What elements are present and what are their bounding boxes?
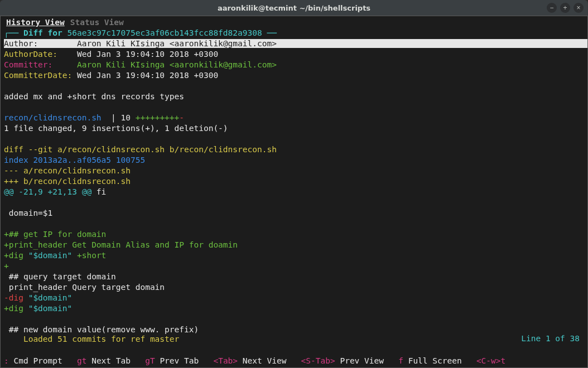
- author-value: Aaron Kili KIsinga <aaronkilik@gmail.com…: [77, 39, 277, 48]
- committerdate-row: CommitterDate: Wed Jan 3 19:04:10 2018 +…: [4, 70, 584, 81]
- diff-newfile: +++ b/recon/clidnsrecon.sh: [4, 176, 584, 187]
- commit-message: added mx and +short dns records types: [4, 91, 584, 102]
- window-controls: − + ×: [547, 3, 584, 13]
- diffstat-summary: 1 file changed, 9 insertions(+), 1 delet…: [4, 123, 584, 134]
- key-next-view: <Tab>: [213, 356, 238, 365]
- window-title: aaronkilik@tecmint ~/bin/shellscripts: [218, 4, 370, 12]
- minimize-button[interactable]: −: [547, 3, 557, 13]
- diffstat-file: recon/clidnsrecon.sh: [4, 113, 102, 122]
- diff-add: +## get IP for domain: [4, 229, 584, 240]
- diff-add: +: [4, 261, 584, 272]
- view-tabs: History View Status View: [4, 17, 584, 28]
- committerdate-label: CommitterDate:: [4, 71, 72, 80]
- committer-label: Committer:: [4, 60, 52, 69]
- diff-add: +dig "$domain": [4, 303, 584, 314]
- diff-context: domain=$1: [4, 208, 584, 219]
- diffstat-row: recon/clidnsrecon.sh | 10 +++++++++-: [4, 113, 584, 123]
- committerdate-value: Wed Jan 3 19:04:10 2018 +0300: [77, 71, 218, 80]
- diff-context: print_header Query target domain: [4, 282, 584, 293]
- diff-commit-hash: 56ae3c97c17075ec3af06cb143fcc88fd82a9308: [68, 28, 262, 37]
- tab-history-view[interactable]: History View: [4, 17, 67, 28]
- tab-status-view[interactable]: Status View: [68, 17, 126, 28]
- diff-frame-header: ┌── Diff for 56ae3c97c17075ec3af06cb143f…: [4, 28, 584, 38]
- status-message: Loaded 51 commits for ref master: [23, 335, 179, 343]
- diff-oldfile: --- a/recon/clidnsrecon.sh: [4, 166, 584, 176]
- authordate-row: AuthorDate: Wed Jan 3 19:04:10 2018 +030…: [4, 49, 584, 60]
- diff-context: ## query target domain: [4, 272, 584, 282]
- key-cmd-prompt: :: [4, 356, 9, 365]
- diff-frame-label: Diff for: [23, 28, 68, 37]
- diff-header: diff --git a/recon/clidnsrecon.sh b/reco…: [4, 144, 584, 155]
- committer-value: Aaron Kili KIsinga <aaronkilik@gmail.com…: [77, 60, 277, 69]
- key-prev-view: <S-Tab>: [301, 356, 335, 365]
- author-label: Author:: [4, 39, 38, 48]
- author-row: Author: Aaron Kili KIsinga <aaronkilik@g…: [4, 38, 584, 49]
- key-full-screen: f: [398, 356, 403, 365]
- key-prev-tab: gT: [145, 356, 155, 365]
- diff-del: -dig "$domain": [4, 293, 584, 303]
- diff-index: index 2013a2a..af056a5 100755: [4, 155, 584, 166]
- key-cw-t: <C-w>t: [476, 356, 505, 365]
- authordate-value: Wed Jan 3 19:04:10 2018 +0300: [77, 50, 218, 59]
- diff-hunk: @@ -21,9 +21,13 @@ fi: [4, 187, 584, 197]
- close-button[interactable]: ×: [573, 3, 584, 13]
- committer-row: Committer: Aaron Kili KIsinga <aaronkili…: [4, 60, 584, 70]
- keybindings-bar: : Cmd Prompt gt Next Tab gT Prev Tab <Ta…: [4, 356, 584, 366]
- diff-add: +print_header Get Domain Alias and IP fo…: [4, 240, 584, 250]
- window-titlebar: aaronkilik@tecmint ~/bin/shellscripts − …: [0, 0, 588, 16]
- authordate-label: AuthorDate:: [4, 50, 57, 59]
- diff-add: +dig "$domain" +short: [4, 250, 584, 261]
- terminal-area[interactable]: History View Status View ┌── Diff for 56…: [0, 16, 588, 368]
- maximize-button[interactable]: +: [560, 3, 570, 13]
- key-next-tab: gt: [77, 356, 86, 365]
